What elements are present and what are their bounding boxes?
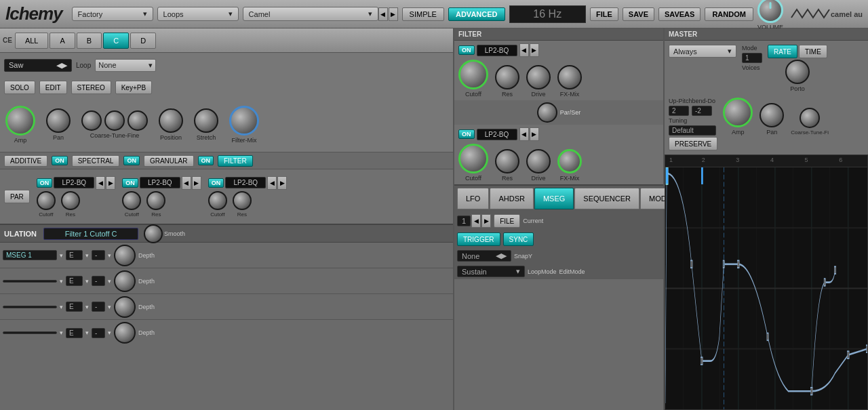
filter-top-cutoff-knob[interactable] — [458, 60, 488, 89]
volume-knob[interactable] — [757, 0, 783, 23]
sub1-res-knob[interactable] — [61, 191, 80, 210]
preset-prev[interactable]: ◀ — [378, 7, 388, 21]
tab-b[interactable]: B — [77, 33, 102, 49]
tab-lfo[interactable]: LFO — [457, 188, 489, 209]
filter-top-prev[interactable]: ◀ — [519, 43, 529, 57]
filter-top-drive-knob[interactable] — [526, 65, 551, 89]
mod-row-3-depth-knob[interactable] — [114, 296, 136, 318]
tab-mseg[interactable]: MSEG — [534, 188, 574, 209]
lp2bq-group-3: ON LP2-BQ ◀ ▶ Cutoff — [208, 176, 288, 218]
loop-dropdown[interactable]: None ▾ — [95, 59, 156, 72]
sync-btn[interactable]: SYNC — [503, 232, 534, 246]
tab-ahdsr[interactable]: AHDSR — [490, 188, 534, 209]
lp2bq-3-next[interactable]: ▶ — [277, 176, 287, 190]
position-knob[interactable] — [159, 108, 183, 133]
snapy-dropdown[interactable]: None ◀▶ — [457, 250, 511, 262]
granular-on[interactable]: ON — [123, 156, 140, 165]
lp2bq-3-prev[interactable]: ◀ — [267, 176, 277, 190]
filter-bot-fxmix-knob[interactable] — [557, 149, 582, 173]
category-dropdown[interactable]: Loops ▾ — [157, 7, 239, 21]
sub3-res-knob[interactable] — [233, 191, 252, 210]
saveas-button[interactable]: SAVEAS — [658, 7, 701, 21]
preserve-btn[interactable]: PRESERVE — [669, 137, 717, 150]
rate-btn[interactable]: RATE — [768, 45, 797, 58]
tab-c[interactable]: C — [103, 33, 129, 49]
keypb-button[interactable]: Key+PB — [115, 81, 152, 94]
tune-knob[interactable] — [104, 110, 125, 131]
spectral-on[interactable]: ON — [52, 156, 68, 165]
filtermix-knob[interactable] — [229, 106, 259, 136]
lp2bq-3-on[interactable]: ON — [208, 178, 224, 188]
lp2bq-1-on[interactable]: ON — [37, 178, 53, 188]
lp2bq-2-on[interactable]: ON — [122, 178, 138, 188]
lp2bq-2-next[interactable]: ▶ — [192, 176, 201, 190]
sub3-cutoff-knob[interactable] — [208, 191, 227, 210]
coarse-knob[interactable] — [81, 110, 102, 131]
parser-knob[interactable] — [537, 102, 557, 123]
sustain-dropdown[interactable]: Sustain ▾ — [457, 266, 525, 277]
edit-button[interactable]: EDIT — [39, 81, 67, 94]
mod-row-3-depth-label: Depth — [138, 304, 155, 310]
filter-bottom-on[interactable]: ON — [458, 129, 475, 139]
tab-all[interactable]: ALL — [15, 33, 49, 49]
solo-button[interactable]: SOLO — [4, 81, 35, 94]
fine-knob[interactable] — [127, 110, 148, 131]
additive-btn[interactable]: ADDITIVE — [4, 155, 47, 167]
tab-sequencer[interactable]: SEQUENCER — [574, 188, 639, 209]
mseg-file-btn[interactable]: FILE — [494, 214, 520, 228]
stereo-button[interactable]: STEREO — [71, 81, 111, 94]
sub2-cutoff-knob[interactable] — [122, 191, 141, 210]
env-dropdown[interactable]: Always ▾ — [669, 45, 736, 58]
save-button[interactable]: SAVE — [623, 7, 654, 21]
mod-row-1-env: E — [66, 250, 83, 260]
mod-row-1-depth-knob[interactable] — [114, 245, 136, 266]
sub1-cutoff-knob[interactable] — [37, 191, 56, 210]
simple-button[interactable]: SIMPLE — [402, 7, 444, 21]
mod-row-4-depth-knob[interactable] — [114, 322, 136, 344]
bank-dropdown[interactable]: Factory ▾ — [72, 7, 153, 21]
filter-top-on[interactable]: ON — [458, 45, 475, 55]
amp-knob[interactable] — [5, 106, 35, 136]
stretch-knob-group: Stretch — [194, 108, 218, 141]
preset-next[interactable]: ▶ — [389, 7, 398, 21]
tab-a[interactable]: A — [50, 33, 75, 49]
time-btn[interactable]: TIME — [799, 45, 827, 58]
master-pan-knob[interactable] — [760, 103, 784, 127]
seg-next[interactable]: ▶ — [481, 214, 491, 228]
filter-bot-cutoff-knob[interactable] — [458, 144, 488, 173]
random-button[interactable]: RANDOM — [705, 7, 753, 21]
filter-btn[interactable]: FILTER — [218, 155, 253, 167]
trigger-btn[interactable]: TRIGGER — [457, 232, 500, 246]
sub-filter-row: PAR ON LP2-BQ ◀ ▶ Cutoff — [0, 169, 453, 224]
mod-row-2-depth-knob[interactable] — [114, 270, 136, 292]
sub2-res-knob[interactable] — [146, 191, 165, 210]
master-coarse-knob[interactable] — [800, 108, 820, 128]
par-btn[interactable]: PAR — [4, 190, 30, 203]
porto-knob[interactable] — [785, 60, 810, 84]
wave-dropdown[interactable]: Saw ◀▶ — [4, 59, 72, 72]
stretch-knob[interactable] — [194, 108, 218, 133]
filter-top-res-knob[interactable] — [495, 65, 519, 89]
lp2bq-2-prev[interactable]: ◀ — [182, 176, 191, 190]
mseg-graph[interactable]: 1 2 3 4 5 6 — [665, 155, 868, 410]
pan-knob[interactable] — [46, 108, 71, 133]
master-amp-knob[interactable] — [723, 98, 753, 127]
smooth-knob[interactable] — [144, 224, 163, 243]
mseg-trigger-row: TRIGGER SYNC — [454, 230, 663, 248]
preset-dropdown[interactable]: Camel ▾ — [243, 7, 378, 21]
seg-prev[interactable]: ◀ — [471, 214, 481, 228]
lp2bq-1-prev[interactable]: ◀ — [96, 176, 105, 190]
filter-bot-drive-knob[interactable] — [526, 149, 551, 173]
granular-btn[interactable]: GRANULAR — [144, 155, 194, 167]
filter-bot-res-knob[interactable] — [495, 149, 519, 173]
lp2bq-1-next[interactable]: ▶ — [106, 176, 115, 190]
filter-top-next[interactable]: ▶ — [530, 43, 539, 57]
filter-bottom-next[interactable]: ▶ — [530, 127, 539, 141]
file-button[interactable]: FILE — [590, 7, 618, 21]
filter-on[interactable]: ON — [198, 156, 214, 165]
spectral-btn[interactable]: SPECTRAL — [72, 155, 120, 167]
tab-d[interactable]: D — [130, 33, 156, 49]
filter-top-fxmix-knob[interactable] — [557, 65, 582, 89]
advanced-button[interactable]: ADVANCED — [448, 7, 505, 21]
filter-bottom-prev[interactable]: ◀ — [519, 127, 529, 141]
